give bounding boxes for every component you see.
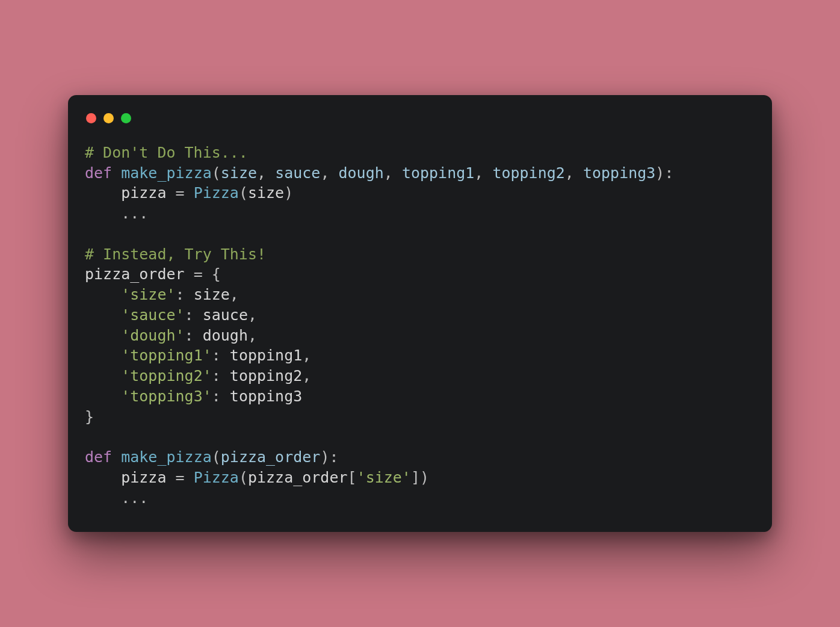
code-line: 'topping2': topping2, <box>85 367 311 385</box>
code-token: ( <box>239 184 248 202</box>
code-token <box>85 327 121 344</box>
code-token: def <box>85 164 112 182</box>
code-line: # Instead, Try This! <box>85 246 266 263</box>
code-token: make_pizza <box>121 448 212 466</box>
code-token: , <box>384 164 402 182</box>
code-token: : <box>176 286 194 303</box>
code-token: def <box>85 448 112 466</box>
code-token: ( <box>212 164 221 182</box>
code-token: pizza_order <box>248 469 348 486</box>
code-token: , <box>257 164 275 182</box>
code-token: dough <box>203 327 248 344</box>
code-token: = <box>176 469 194 486</box>
code-token: : <box>212 347 230 364</box>
code-token <box>85 306 121 324</box>
code-token: ... <box>85 205 148 222</box>
code-line: # Don't Do This... <box>85 144 248 161</box>
code-token: : <box>185 327 203 344</box>
code-token: sauce <box>203 306 248 324</box>
code-line: } <box>85 408 94 425</box>
code-token <box>112 448 121 466</box>
code-token: Pizza <box>194 469 239 486</box>
code-token: [ <box>348 469 357 486</box>
code-token: topping1 <box>230 347 302 364</box>
code-token: ) <box>284 184 293 202</box>
code-token <box>112 164 121 182</box>
code-token: pizza <box>85 184 176 202</box>
code-token: 'topping1' <box>121 347 212 364</box>
code-window: # Don't Do This... def make_pizza(size, … <box>68 95 772 533</box>
code-token: : <box>185 306 203 324</box>
code-token: : <box>212 367 230 385</box>
code-line: ... <box>85 205 148 222</box>
code-token: ]) <box>411 469 429 486</box>
code-token: 'size' <box>121 286 175 303</box>
code-line: ... <box>85 489 148 507</box>
code-token: make_pizza <box>121 164 212 182</box>
code-token: dough <box>339 164 384 182</box>
code-token: 'size' <box>357 469 411 486</box>
stage: # Don't Do This... def make_pizza(size, … <box>0 0 840 627</box>
close-icon[interactable] <box>86 113 96 123</box>
code-block: # Don't Do This... def make_pizza(size, … <box>85 143 755 508</box>
code-token: , <box>474 164 492 182</box>
code-token: sauce <box>275 164 320 182</box>
code-token: 'sauce' <box>121 306 184 324</box>
code-line: pizza = Pizza(size) <box>85 184 293 202</box>
code-token: Pizza <box>194 184 239 202</box>
code-token: , <box>302 347 311 364</box>
code-token: , <box>230 286 239 303</box>
code-token: topping2 <box>492 164 564 182</box>
code-token <box>85 388 121 405</box>
code-line: 'dough': dough, <box>85 327 257 344</box>
code-line: pizza_order = { <box>85 265 221 283</box>
code-line: pizza = Pizza(pizza_order['size']) <box>85 469 429 486</box>
code-token: = { <box>194 265 221 283</box>
code-token: , <box>320 164 338 182</box>
zoom-icon[interactable] <box>121 113 131 123</box>
code-token: , <box>248 306 257 324</box>
code-token: 'topping2' <box>121 367 212 385</box>
code-token: , <box>565 164 583 182</box>
code-token: ( <box>212 448 221 466</box>
code-token <box>85 347 121 364</box>
code-token: topping1 <box>402 164 474 182</box>
code-token: : <box>212 388 230 405</box>
code-token: , <box>248 327 257 344</box>
code-token: # Don't Do This... <box>85 144 248 161</box>
minimize-icon[interactable] <box>103 113 114 123</box>
code-token: 'dough' <box>121 327 184 344</box>
code-token: } <box>85 408 94 425</box>
code-token: ): <box>320 448 338 466</box>
code-line: def make_pizza(pizza_order): <box>85 448 338 466</box>
code-token: pizza <box>85 469 176 486</box>
code-line: 'sauce': sauce, <box>85 306 257 324</box>
code-token: size <box>194 286 230 303</box>
code-token: ): <box>655 164 673 182</box>
traffic-lights <box>85 110 755 137</box>
code-token <box>85 286 121 303</box>
code-token: pizza_order <box>85 265 194 283</box>
code-line: 'topping3': topping3 <box>85 388 302 405</box>
code-token: topping3 <box>230 388 302 405</box>
code-line: 'size': size, <box>85 286 239 303</box>
code-line: 'topping1': topping1, <box>85 347 311 364</box>
code-token: = <box>176 184 194 202</box>
code-token: size <box>248 184 284 202</box>
code-line: def make_pizza(size, sauce, dough, toppi… <box>85 164 673 182</box>
code-token: ... <box>85 489 148 507</box>
code-token <box>85 367 121 385</box>
code-token: , <box>302 367 311 385</box>
code-token: topping3 <box>583 164 655 182</box>
code-token: # Instead, Try This! <box>85 246 266 263</box>
code-token: pizza_order <box>221 448 321 466</box>
code-token: 'topping3' <box>121 388 212 405</box>
code-token: topping2 <box>230 367 302 385</box>
code-token: ( <box>239 469 248 486</box>
code-token: size <box>221 164 257 182</box>
